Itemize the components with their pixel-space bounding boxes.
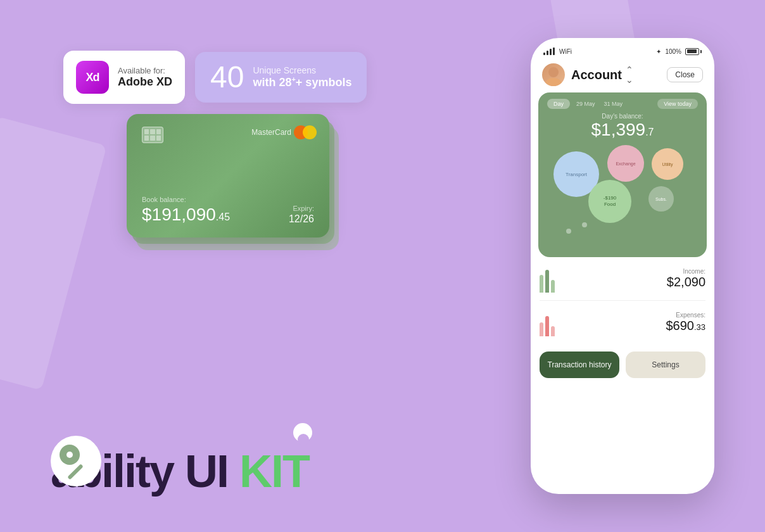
available-for-label: Available for:: [118, 66, 172, 75]
food-amount: -$190 Food: [604, 195, 616, 207]
settings-button[interactable]: Settings: [626, 352, 705, 378]
card-brand: MasterCard: [251, 125, 317, 139]
expenses-values: Expenses: $690.33: [666, 312, 705, 333]
cards-area: MasterCard Book balance: $191,090.45 Exp…: [127, 114, 329, 238]
key-head: [60, 445, 80, 465]
tab-day[interactable]: Day: [547, 99, 570, 109]
signal-indicator: WiFi: [543, 48, 572, 55]
income-bar-2: [545, 270, 549, 293]
income-bars: [540, 265, 559, 293]
dot-2: [582, 222, 587, 227]
bubble-exchange: Exchange: [607, 145, 644, 182]
phone-header: Account ⌃⌄ Close: [531, 61, 714, 92]
avatar-image: [542, 63, 565, 86]
card-balance-label: Book balance:: [142, 196, 230, 203]
adobe-text: Available for: Adobe XD: [118, 66, 172, 89]
exp-bar-1: [540, 322, 543, 336]
svg-point-0: [548, 67, 559, 77]
income-bar-1: [540, 275, 543, 293]
adobe-name-label: Adobe XD: [118, 75, 172, 89]
stats-section: Income: $2,090 Expenses: $690.33: [531, 257, 714, 344]
chart-tabs: Day 29 May 31 May View today: [547, 99, 698, 109]
adobe-badge: Xd Available for: Adobe XD: [63, 51, 185, 104]
chart-date2: 31 May: [604, 101, 623, 107]
expenses-amount: $690.33: [666, 319, 705, 333]
key-shaft: [67, 464, 83, 479]
key-hole: [66, 452, 73, 458]
status-right: ✦ 100%: [656, 48, 702, 55]
view-today-button[interactable]: View today: [657, 99, 698, 109]
bubble-food: -$190 Food: [588, 180, 631, 223]
bubble-utility: Utility: [652, 148, 683, 180]
bar-3: [550, 49, 552, 55]
card-chip: [142, 127, 163, 143]
phone-frame: WiFi ✦ 100%: [531, 38, 714, 494]
mc-circle-right: [303, 125, 317, 139]
credit-card-main: MasterCard Book balance: $191,090.45 Exp…: [127, 114, 329, 238]
mastercard-logo: [294, 125, 317, 139]
expenses-bars: [540, 308, 559, 336]
card-balance-amount: $191,090.45: [142, 205, 230, 225]
income-row: Income: $2,090: [540, 257, 705, 301]
chart-container: Day 29 May 31 May View today Day's balan…: [538, 92, 707, 257]
card-expiry-section: Expiry: 12/26: [289, 205, 314, 225]
account-title: Account: [571, 68, 622, 82]
battery-body: [685, 48, 699, 55]
transaction-history-button[interactable]: Transaction history: [540, 352, 619, 378]
screens-badge: 40 Unique Screens with 28++ symbols: [195, 52, 367, 103]
balance-label: Day's balance:: [547, 113, 698, 120]
expenses-label: Expenses:: [666, 312, 705, 319]
bar-2: [547, 51, 548, 55]
brand-logo-area: ability UI KIT: [51, 436, 309, 494]
screens-number: 40: [210, 62, 244, 92]
phone-bottom: Transaction history Settings: [531, 344, 714, 386]
account-left: Account ⌃⌄: [542, 63, 633, 86]
key-circle: [51, 436, 101, 486]
battery-icon: [685, 48, 702, 55]
bubble-subs: Subs.: [648, 186, 674, 212]
card-expiry-value: 12/26: [289, 213, 314, 225]
unique-label: Unique Screens: [253, 65, 351, 75]
status-bar: WiFi ✦ 100%: [531, 38, 714, 61]
top-badges-container: Xd Available for: Adobe XD 40 Unique Scr…: [63, 51, 367, 104]
signal-bars: [543, 48, 555, 55]
chart-date1: 29 May: [576, 101, 595, 107]
income-bar-3: [551, 280, 555, 293]
expenses-row: Expenses: $690.33: [540, 301, 705, 344]
card-expiry-label: Expiry:: [289, 205, 314, 212]
mastercard-label: MasterCard: [251, 128, 291, 137]
income-label: Income:: [667, 268, 705, 275]
battery-percent: 100%: [665, 48, 681, 55]
screens-text: Unique Screens with 28++ symbols: [253, 65, 351, 89]
income-values: Income: $2,090: [667, 268, 705, 289]
key-tail-inner: [298, 434, 309, 445]
key-tail: [293, 423, 312, 442]
exp-bar-3: [551, 326, 555, 336]
close-button[interactable]: Close: [667, 67, 703, 82]
with-symbols-label: with 28++ symbols: [253, 75, 351, 89]
bubble-chart: Transport Exchange Utility -$190 Food Su…: [547, 145, 698, 246]
chevron-icon[interactable]: ⌃⌄: [626, 65, 633, 85]
bluetooth-icon: ✦: [656, 48, 661, 55]
card-balance-section: Book balance: $191,090.45: [142, 196, 230, 225]
svg-point-1: [545, 78, 562, 86]
adobe-xd-icon: Xd: [76, 61, 109, 94]
avatar: [542, 63, 565, 86]
account-title-wrap: Account ⌃⌄: [571, 65, 633, 85]
income-amount: $2,090: [667, 275, 705, 289]
bar-4: [553, 48, 555, 55]
dot-1: [566, 229, 571, 234]
battery-fill: [687, 49, 697, 53]
battery-tip: [700, 50, 702, 53]
balance-amount: $1,399.7: [547, 120, 698, 140]
bar-1: [543, 53, 545, 55]
phone-container: WiFi ✦ 100%: [531, 38, 714, 494]
exp-bar-2: [545, 316, 549, 336]
